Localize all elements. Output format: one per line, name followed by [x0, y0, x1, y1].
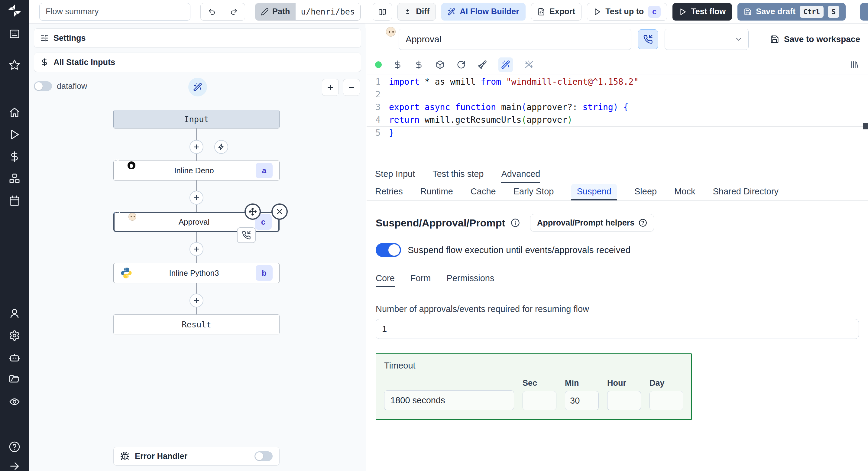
test-flow-button[interactable]: Test flow: [673, 3, 732, 21]
sidebar-item-folder-open-icon[interactable]: [8, 373, 21, 386]
code-editor[interactable]: 1import * as wmill from "windmill-client…: [367, 75, 868, 166]
flow-summary-input[interactable]: [39, 3, 190, 21]
sidebar-item-calendar-icon[interactable]: [8, 194, 21, 207]
sidebar-item-user-icon[interactable]: [8, 307, 21, 320]
tab-step-input[interactable]: Step Input: [375, 166, 415, 183]
suspend-approval-badge[interactable]: [237, 227, 256, 243]
reload-button[interactable]: [456, 60, 466, 70]
diff-button[interactable]: Diff: [397, 3, 436, 21]
sidebar-item-help-icon[interactable]: [8, 440, 21, 453]
subtab-runtime[interactable]: Runtime: [421, 183, 453, 200]
sidebar-item-gear-icon[interactable]: [8, 329, 21, 342]
top-toolbar: Path u/henri/bes Diff AI Flow Builder Ex…: [29, 0, 868, 24]
save-icon: [744, 8, 752, 16]
wand-off-icon: [524, 60, 533, 69]
subtab-retries[interactable]: Retries: [375, 183, 403, 200]
save-to-workspace-button[interactable]: Save to workspace: [770, 34, 860, 44]
resource-picker-button[interactable]: [414, 60, 424, 70]
sidebar-item-arrow-right-icon[interactable]: [8, 460, 21, 471]
ai-disabled-button[interactable]: [524, 60, 534, 70]
export-button[interactable]: Export: [531, 3, 582, 21]
subtab-shared-directory[interactable]: Shared Directory: [713, 183, 779, 200]
timeout-min-input[interactable]: [565, 391, 599, 410]
insert-step-button[interactable]: [189, 191, 204, 205]
book-open-icon: [378, 8, 386, 16]
subtab-form[interactable]: Form: [410, 270, 431, 287]
step-tabs: Step Input Test this step Advanced: [367, 166, 868, 183]
line-number: 1: [367, 76, 389, 88]
step-editor-panel: TS Save to workspace 1import * as wmill …: [367, 24, 868, 471]
ai-flow-builder-button[interactable]: AI Flow Builder: [441, 3, 526, 21]
graph-node-inline-deno[interactable]: TS Inline Deno a: [113, 160, 280, 180]
sidebar-item-boxes-icon[interactable]: [8, 172, 21, 185]
step-name-input[interactable]: [399, 29, 631, 50]
info-icon[interactable]: [511, 218, 520, 227]
subtab-core[interactable]: Core: [376, 270, 395, 287]
undo-button[interactable]: [201, 3, 223, 20]
subtab-early-stop[interactable]: Early Stop: [514, 183, 554, 200]
deploy-button-partial[interactable]: [860, 3, 868, 21]
sidebar-item-play-icon[interactable]: [8, 128, 21, 141]
add-trigger-button[interactable]: [214, 140, 228, 154]
suspend-indicator-button[interactable]: [638, 29, 658, 49]
save-draft-label: Save draft: [756, 7, 796, 16]
move-node-button[interactable]: [245, 203, 261, 220]
error-handler-bar[interactable]: Error Handler: [113, 447, 280, 466]
sidebar-item-star-icon[interactable]: [8, 58, 21, 71]
sidebar-item-home-icon[interactable]: [8, 106, 21, 119]
package-button[interactable]: [435, 60, 445, 70]
input-node-label: Input: [184, 115, 209, 124]
save-draft-button[interactable]: Save draft Ctrl S: [738, 3, 846, 21]
library-button[interactable]: [849, 60, 860, 70]
subtab-cache[interactable]: Cache: [471, 183, 496, 200]
advanced-subtabs: Retries Runtime Cache Early Stop Suspend…: [367, 183, 868, 201]
windmill-logo-icon[interactable]: [7, 4, 22, 18]
save-to-workspace-label: Save to workspace: [784, 34, 860, 44]
file-export-icon: [537, 8, 545, 16]
sidebar-item-eye-icon[interactable]: [8, 395, 21, 408]
insert-step-button[interactable]: [189, 242, 204, 256]
subtab-sleep[interactable]: Sleep: [634, 183, 657, 200]
suspend-toggle[interactable]: [376, 243, 401, 257]
editor-scrollbar-thumb[interactable]: [863, 123, 868, 129]
tab-advanced[interactable]: Advanced: [501, 166, 540, 183]
line-number: 5: [367, 127, 389, 139]
path-button[interactable]: Path u/henri/bes: [255, 3, 361, 21]
timeout-hour-input[interactable]: [607, 391, 641, 410]
docs-button[interactable]: [373, 3, 392, 21]
subtab-permissions[interactable]: Permissions: [447, 270, 494, 287]
typescript-baby-icon: TS: [374, 31, 392, 48]
graph-node-result[interactable]: Result: [113, 315, 280, 334]
script-version-select[interactable]: [664, 29, 749, 50]
approvals-count-input[interactable]: [376, 319, 859, 339]
subtab-suspend[interactable]: Suspend: [571, 183, 617, 200]
timeout-sec-input[interactable]: [523, 391, 556, 410]
subtab-mock[interactable]: Mock: [674, 183, 695, 200]
redo-button[interactable]: [223, 3, 245, 20]
sidebar-item-bot-icon[interactable]: [8, 351, 21, 364]
graph-node-inline-python3[interactable]: Inline Python3 b: [113, 263, 280, 283]
insert-step-button[interactable]: [189, 140, 204, 154]
graph-node-input[interactable]: Input: [113, 110, 280, 128]
node-label: Inline Python3: [132, 268, 256, 278]
timeout-hour-label: Hour: [607, 379, 641, 388]
test-up-to-button[interactable]: Test up to c: [587, 3, 667, 21]
code-line: 4 return wmill.getResumeUrls(approver): [367, 114, 868, 126]
ai-assistant-button[interactable]: [498, 57, 513, 72]
timeout-day-input[interactable]: [650, 391, 683, 410]
test-up-to-label: Test up to: [606, 7, 644, 16]
tab-test-this-step[interactable]: Test this step: [433, 166, 484, 183]
variable-picker-button[interactable]: [393, 60, 403, 70]
baby-emoji-icon: [128, 213, 136, 221]
approval-prompt-helpers-button[interactable]: Approval/Prompt helpers: [530, 214, 654, 232]
status-dot: [375, 61, 382, 68]
delete-node-button[interactable]: [271, 203, 288, 220]
sidebar-item-dollar-icon[interactable]: [8, 150, 21, 163]
node-id-badge: a: [256, 163, 273, 178]
help-circle-icon: [639, 218, 647, 227]
error-handler-toggle[interactable]: [254, 451, 273, 461]
sidebar-item-apps-icon[interactable]: [8, 27, 21, 40]
format-button[interactable]: [477, 60, 488, 70]
insert-step-button[interactable]: [189, 294, 204, 307]
package-icon: [435, 60, 444, 69]
